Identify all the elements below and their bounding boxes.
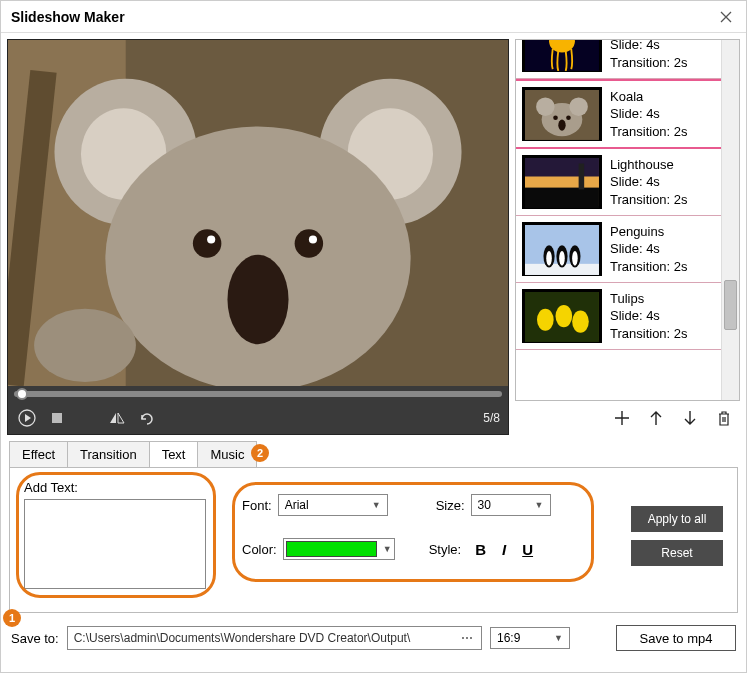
- scrollbar-thumb[interactable]: [724, 280, 737, 330]
- save-path-field[interactable]: C:\Users\admin\Documents\Wondershare DVD…: [67, 626, 482, 650]
- svg-rect-28: [579, 164, 585, 190]
- slideshow-maker-window: Slideshow Maker: [0, 0, 747, 673]
- window-title: Slideshow Maker: [11, 9, 125, 25]
- player-controls: 5/8: [8, 402, 508, 434]
- slide-thumbnail: [522, 39, 602, 72]
- seek-thumb[interactable]: [16, 388, 28, 400]
- add-text-label: Add Text:: [24, 480, 723, 495]
- size-label: Size:: [436, 498, 465, 513]
- svg-point-21: [569, 97, 587, 115]
- font-label: Font:: [242, 498, 272, 513]
- size-dropdown[interactable]: 30 ▼: [471, 494, 551, 516]
- slide-item[interactable]: PenguinsSlide: 4sTransition: 2s: [516, 216, 721, 283]
- size-value: 30: [478, 498, 491, 512]
- style-buttons: B I U: [475, 541, 533, 558]
- callout-badge-1: 1: [3, 609, 21, 627]
- slide-counter: 5/8: [483, 411, 500, 425]
- titlebar: Slideshow Maker: [1, 1, 746, 33]
- underline-button[interactable]: U: [522, 541, 533, 558]
- save-to-mp4-button[interactable]: Save to mp4: [616, 625, 736, 651]
- text-panel-buttons: Apply to all Reset: [631, 506, 723, 566]
- svg-point-7: [193, 229, 221, 257]
- chevron-down-icon: ▼: [372, 500, 381, 510]
- svg-point-39: [556, 305, 573, 327]
- tab-transition[interactable]: Transition: [67, 441, 150, 468]
- aspect-ratio-dropdown[interactable]: 16:9 ▼: [490, 627, 570, 649]
- slide-item[interactable]: LighthouseSlide: 4sTransition: 2s: [516, 149, 721, 216]
- chevron-down-icon: ▼: [554, 633, 563, 643]
- svg-point-10: [309, 235, 317, 243]
- browse-icon[interactable]: ⋯: [461, 631, 475, 645]
- callout-badge-2: 2: [251, 444, 269, 462]
- slide-name: Tulips: [610, 290, 688, 308]
- slide-item[interactable]: KoalaSlide: 4sTransition: 2s: [516, 79, 721, 149]
- font-value: Arial: [285, 498, 309, 512]
- tab-music[interactable]: Music: [197, 441, 257, 468]
- close-icon[interactable]: [716, 7, 736, 27]
- play-icon[interactable]: [16, 407, 38, 429]
- thumbnail-actions: [515, 401, 740, 435]
- chevron-down-icon: ▼: [535, 500, 544, 510]
- add-text-input[interactable]: [24, 499, 206, 589]
- delete-slide-icon[interactable]: [714, 408, 734, 428]
- text-panel: Add Text: Font: Arial ▼ Size: 30 ▼: [9, 467, 738, 613]
- slide-transition: Transition: 2s: [610, 258, 688, 276]
- stop-icon[interactable]: [46, 407, 68, 429]
- tab-bar: Effect Transition Text Music: [9, 441, 738, 468]
- slide-thumbnail: [522, 155, 602, 209]
- slide-meta: KoalaSlide: 4sTransition: 2s: [610, 88, 688, 141]
- thumbnail-column: JellyfishSlide: 4sTransition: 2sKoalaSli…: [515, 39, 740, 435]
- preview-image[interactable]: [8, 40, 508, 386]
- svg-point-35: [559, 251, 565, 266]
- svg-point-22: [553, 115, 558, 120]
- upper-area: 5/8 JellyfishSlide: 4sTransition: 2sKoal…: [1, 33, 746, 441]
- slide-thumbnail: [522, 289, 602, 343]
- slide-transition: Transition: 2s: [610, 54, 688, 72]
- thumbnail-list[interactable]: JellyfishSlide: 4sTransition: 2sKoalaSli…: [515, 39, 740, 401]
- slide-meta: PenguinsSlide: 4sTransition: 2s: [610, 223, 688, 276]
- tab-effect[interactable]: Effect: [9, 441, 68, 468]
- seek-bar[interactable]: [8, 386, 508, 402]
- svg-rect-27: [525, 176, 599, 187]
- save-to-label: Save to:: [11, 631, 59, 646]
- svg-point-34: [546, 251, 552, 266]
- save-row: 1 Save to: C:\Users\admin\Documents\Wond…: [1, 619, 746, 661]
- italic-button[interactable]: I: [502, 541, 506, 558]
- svg-point-8: [295, 229, 323, 257]
- rotate-icon[interactable]: [136, 407, 158, 429]
- reset-button[interactable]: Reset: [631, 540, 723, 566]
- slide-transition: Transition: 2s: [610, 191, 688, 209]
- svg-rect-15: [52, 413, 62, 423]
- seek-track[interactable]: [14, 391, 502, 397]
- slide-meta: TulipsSlide: 4sTransition: 2s: [610, 290, 688, 343]
- text-format-controls: Font: Arial ▼ Size: 30 ▼ Color:: [242, 494, 617, 560]
- thumbnail-scrollbar[interactable]: [721, 40, 739, 400]
- tab-text[interactable]: Text: [149, 441, 199, 468]
- tabs-area: 2 Effect Transition Text Music Add Text:…: [1, 441, 746, 619]
- svg-rect-26: [525, 186, 599, 208]
- apply-to-all-button[interactable]: Apply to all: [631, 506, 723, 532]
- font-dropdown[interactable]: Arial ▼: [278, 494, 388, 516]
- chevron-down-icon: ▼: [383, 544, 392, 554]
- add-slide-icon[interactable]: [612, 408, 632, 428]
- style-label: Style:: [429, 542, 462, 557]
- slide-duration: Slide: 4s: [610, 39, 688, 54]
- slide-name: Penguins: [610, 223, 688, 241]
- slide-item[interactable]: TulipsSlide: 4sTransition: 2s: [516, 283, 721, 350]
- slide-item[interactable]: JellyfishSlide: 4sTransition: 2s: [516, 39, 721, 79]
- aspect-ratio-value: 16:9: [497, 631, 520, 645]
- preview-box: 5/8: [7, 39, 509, 435]
- slide-meta: LighthouseSlide: 4sTransition: 2s: [610, 156, 688, 209]
- slide-transition: Transition: 2s: [610, 325, 688, 343]
- save-path-value: C:\Users\admin\Documents\Wondershare DVD…: [74, 631, 411, 645]
- flip-horizontal-icon[interactable]: [106, 407, 128, 429]
- svg-point-9: [207, 235, 215, 243]
- move-up-icon[interactable]: [646, 408, 666, 428]
- color-dropdown[interactable]: ▼: [283, 538, 395, 560]
- svg-point-40: [572, 310, 589, 332]
- move-down-icon[interactable]: [680, 408, 700, 428]
- svg-point-11: [227, 255, 288, 345]
- bold-button[interactable]: B: [475, 541, 486, 558]
- slide-duration: Slide: 4s: [610, 240, 688, 258]
- slide-name: Lighthouse: [610, 156, 688, 174]
